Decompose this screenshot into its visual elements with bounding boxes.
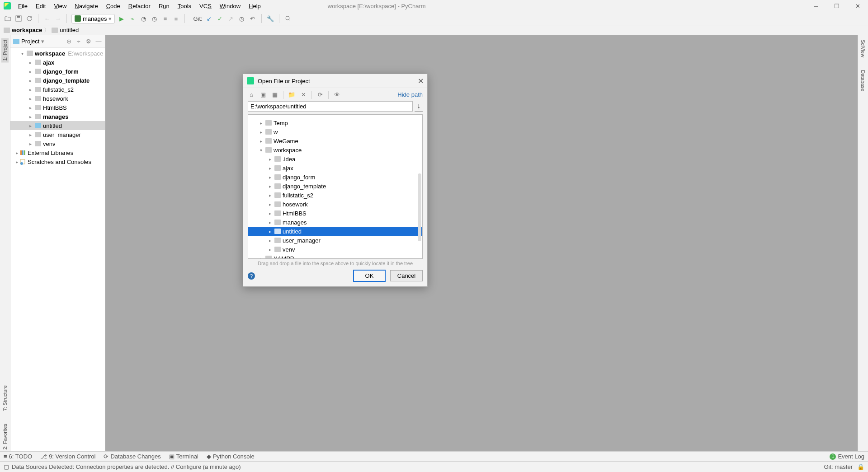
tree-item[interactable]: ▸manages: [10, 112, 105, 121]
file-tree-item[interactable]: ▸XAMPP: [248, 254, 422, 258]
menu-code[interactable]: Code: [103, 1, 124, 11]
chevron-right-icon[interactable]: ▸: [267, 175, 273, 180]
tree-scratches[interactable]: ▸ Scratches and Consoles: [10, 157, 105, 166]
git-pull-icon[interactable]: ↙: [205, 14, 213, 23]
version-control-tab[interactable]: ⎇ 9: Version Control: [40, 453, 95, 460]
open-icon[interactable]: [4, 14, 12, 23]
forward-icon[interactable]: →: [54, 14, 62, 23]
chevron-right-icon[interactable]: ▸: [267, 247, 273, 252]
chevron-right-icon[interactable]: ▸: [28, 141, 33, 146]
settings-icon[interactable]: 🔧: [266, 14, 274, 23]
terminal-tab[interactable]: ▣ Terminal: [169, 453, 198, 460]
save-icon[interactable]: [14, 14, 23, 23]
project-icon[interactable]: ▦: [271, 91, 278, 98]
file-tree-item[interactable]: ▸ajax: [248, 164, 422, 173]
tree-item[interactable]: ▸user_manager: [10, 130, 105, 139]
refresh-icon[interactable]: ⟳: [316, 91, 324, 98]
chevron-down-icon[interactable]: ▾: [258, 148, 264, 153]
project-tree[interactable]: ▾ workspace E:\workspace ▸ajax▸django_fo…: [10, 48, 105, 451]
file-tree-item[interactable]: ▸fullstatic_s2: [248, 191, 422, 200]
status-icon[interactable]: ▢: [4, 463, 9, 470]
chevron-right-icon[interactable]: ▸: [28, 87, 33, 92]
breadcrumb-root[interactable]: workspace: [12, 27, 42, 33]
gear-icon[interactable]: ⚙: [85, 38, 92, 45]
chevron-right-icon[interactable]: ▸: [267, 193, 273, 198]
tree-item[interactable]: ▸fullstatic_s2: [10, 85, 105, 94]
git-push-icon[interactable]: ↗: [227, 14, 235, 23]
back-icon[interactable]: ←: [43, 14, 51, 23]
chevron-right-icon[interactable]: ▸: [258, 121, 264, 126]
project-tool-tab[interactable]: 1: Project: [1, 38, 9, 62]
new-folder-icon[interactable]: 📁: [288, 91, 295, 98]
chevron-right-icon[interactable]: ▸: [28, 78, 33, 83]
menu-refactor[interactable]: Refactor: [125, 1, 154, 11]
debug-icon[interactable]: ⌁: [128, 14, 137, 23]
chevron-right-icon[interactable]: ▸: [28, 123, 33, 128]
status-message[interactable]: Data Sources Detected: Connection proper…: [12, 463, 241, 470]
chevron-down-icon[interactable]: ▾: [41, 38, 44, 45]
minimize-button[interactable]: ─: [806, 0, 826, 12]
tree-external-libraries[interactable]: ▸ External Libraries: [10, 148, 105, 157]
chevron-right-icon[interactable]: ▸: [28, 105, 33, 110]
menu-help[interactable]: Help: [245, 1, 264, 11]
chevron-right-icon[interactable]: ▸: [258, 256, 264, 259]
favorites-tool-tab[interactable]: 2: Favorites: [1, 422, 9, 451]
lock-icon[interactable]: 🔒: [857, 463, 864, 470]
file-tree-item[interactable]: ▸w: [248, 127, 422, 136]
hide-path-link[interactable]: Hide path: [397, 91, 423, 98]
chevron-right-icon[interactable]: ▸: [267, 238, 273, 243]
collapse-icon[interactable]: ÷: [75, 38, 82, 45]
tree-item[interactable]: ▸venv: [10, 139, 105, 148]
sciview-tool-tab[interactable]: SciView: [859, 38, 867, 59]
git-branch[interactable]: Git: master: [824, 463, 853, 470]
tree-item[interactable]: ▸django_form: [10, 67, 105, 76]
target-icon[interactable]: ⊕: [65, 38, 72, 45]
todo-tab[interactable]: ≡ 6: TODO: [4, 453, 32, 460]
menu-navigate[interactable]: Navigate: [71, 1, 101, 11]
cancel-button[interactable]: Cancel: [390, 270, 423, 281]
menu-file[interactable]: File: [14, 1, 31, 11]
tree-item[interactable]: ▸HtmlBBS: [10, 103, 105, 112]
help-icon[interactable]: ?: [248, 272, 255, 280]
event-log-tab[interactable]: 1 Event Log: [830, 453, 864, 460]
file-tree-item[interactable]: ▸HtmlBBS: [248, 209, 422, 218]
delete-icon[interactable]: ✕: [300, 91, 307, 98]
menu-vcs[interactable]: VCS: [196, 1, 215, 11]
maximize-button[interactable]: ☐: [826, 0, 847, 12]
file-tree-item[interactable]: ▸untitled: [248, 227, 422, 236]
ok-button[interactable]: OK: [353, 270, 386, 282]
database-changes-tab[interactable]: ⟳ Database Changes: [104, 453, 160, 460]
tree-item[interactable]: ▸django_template: [10, 76, 105, 85]
file-tree-item[interactable]: ▸Temp: [248, 118, 422, 127]
structure-tool-tab[interactable]: 7: Structure: [1, 383, 9, 413]
chevron-right-icon[interactable]: ▸: [258, 139, 264, 144]
project-title[interactable]: Project: [21, 38, 39, 45]
undo-icon[interactable]: ↶: [249, 14, 257, 23]
close-button[interactable]: ✕: [847, 0, 868, 12]
chevron-right-icon[interactable]: ▸: [28, 132, 33, 137]
database-tool-tab[interactable]: Database: [859, 68, 867, 93]
chevron-right-icon[interactable]: ▸: [14, 159, 19, 164]
show-hidden-icon[interactable]: 👁: [333, 91, 340, 98]
menu-view[interactable]: View: [50, 1, 70, 11]
file-tree-item[interactable]: ▸WeGame: [248, 136, 422, 145]
chevron-right-icon[interactable]: ▸: [267, 211, 273, 216]
chevron-right-icon[interactable]: ▸: [28, 60, 33, 65]
scrollbar[interactable]: [418, 173, 421, 241]
tree-item[interactable]: ▸hosework: [10, 94, 105, 103]
chevron-right-icon[interactable]: ▸: [267, 166, 273, 171]
chevron-right-icon[interactable]: ▸: [267, 220, 273, 225]
profile-icon[interactable]: ◷: [150, 14, 158, 23]
chevron-right-icon[interactable]: ▸: [14, 150, 19, 155]
close-icon[interactable]: ✕: [418, 77, 424, 85]
git-commit-icon[interactable]: ✓: [216, 14, 224, 23]
coverage-icon[interactable]: ◔: [139, 14, 147, 23]
history-dropdown-icon[interactable]: ⭳: [415, 101, 423, 112]
desktop-icon[interactable]: ▣: [259, 91, 267, 98]
file-tree-item[interactable]: ▸venv: [248, 245, 422, 254]
chevron-right-icon[interactable]: ▸: [267, 157, 273, 162]
chevron-down-icon[interactable]: ▾: [19, 51, 25, 56]
tree-item[interactable]: ▸ajax: [10, 58, 105, 67]
home-icon[interactable]: ⌂: [248, 91, 255, 98]
concurrent-icon[interactable]: ≡: [161, 14, 169, 23]
